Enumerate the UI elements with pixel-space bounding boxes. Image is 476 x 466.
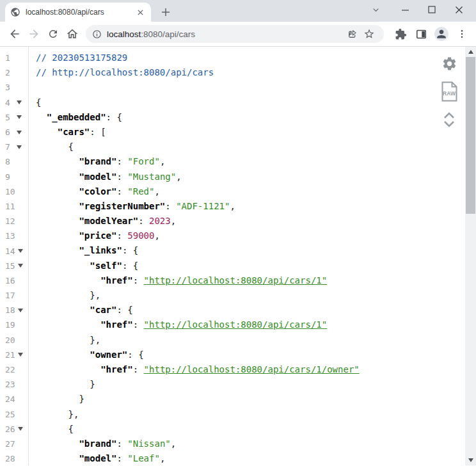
collapse-toggle-icon[interactable]: [18, 309, 23, 312]
collapse-all-chevron-down-icon[interactable]: [443, 120, 456, 129]
line-number: 28: [0, 454, 15, 463]
json-key: "brand": [79, 438, 116, 449]
code-text: {: [29, 422, 465, 437]
collapse-toggle-icon[interactable]: [17, 145, 22, 149]
json-plain: :: [133, 364, 144, 374]
url-path: :8080/api/cars: [141, 29, 195, 39]
code-line: 14 "_links": {: [0, 243, 465, 258]
code-line: 3: [0, 80, 465, 95]
maximize-icon[interactable]: [418, 0, 445, 19]
json-plain: ,: [171, 216, 176, 226]
url-host: localhost: [107, 29, 141, 39]
line-gutter: 21: [0, 350, 29, 360]
close-window-icon[interactable]: [445, 0, 472, 19]
collapse-toggle-icon[interactable]: [18, 249, 23, 253]
collapse-toggle-icon[interactable]: [18, 353, 23, 357]
json-num: 59000: [127, 230, 154, 241]
line-gutter: 10: [0, 187, 29, 197]
json-plain: :: [116, 230, 127, 241]
json-link[interactable]: "http://localhost:8080/api/cars/1": [144, 319, 328, 330]
collapse-toggle-icon[interactable]: [18, 264, 23, 268]
line-gutter: 9: [0, 172, 29, 182]
tab-close-icon[interactable]: [134, 6, 146, 18]
code-line: 4{: [0, 95, 465, 110]
json-plain: },: [90, 290, 100, 300]
info-icon[interactable]: [92, 29, 102, 39]
scrollbar-thumb[interactable]: [466, 57, 475, 214]
line-gutter: 17: [0, 291, 29, 300]
extensions-icon[interactable]: [392, 25, 409, 43]
code-line: 12 "modelYear": 2023,: [0, 214, 465, 229]
share-icon[interactable]: [344, 26, 361, 42]
browser-window: localhost:8080/api/cars: [0, 0, 476, 466]
line-number: 6: [0, 127, 14, 137]
json-link[interactable]: "http://localhost:8080/api/cars/1": [144, 275, 328, 285]
reload-icon[interactable]: [44, 24, 63, 44]
line-number: 4: [0, 98, 14, 108]
scrollbar-up-arrow[interactable]: [465, 47, 476, 57]
code-text: "color": "Red",: [29, 184, 465, 199]
scrollbar-down-arrow[interactable]: [465, 455, 476, 465]
expand-all-chevron-up-icon[interactable]: [443, 111, 456, 119]
code-line: 16 "href": "http://localhost:8080/api/ca…: [0, 273, 465, 288]
code-text: "owner": {: [29, 348, 465, 362]
forward-icon[interactable]: [24, 24, 44, 44]
line-gutter: 18: [0, 305, 29, 315]
json-plain: :: [116, 453, 127, 463]
line-number: 26: [0, 424, 15, 434]
line-number: 11: [0, 202, 15, 211]
side-panel-icon[interactable]: [412, 25, 430, 43]
collapse-toggle-icon[interactable]: [17, 115, 22, 119]
code-text: },: [29, 288, 465, 303]
home-icon[interactable]: [63, 24, 82, 44]
line-gutter: 16: [0, 276, 29, 285]
json-plain: :: [165, 201, 176, 211]
json-str: "Mustang": [127, 172, 176, 182]
code-text: "brand": "Ford",: [29, 154, 465, 169]
line-number: 17: [0, 291, 15, 300]
line-number: 8: [0, 157, 14, 166]
code-line: 13 "price": 59000,: [0, 229, 465, 243]
json-plain: ,: [176, 172, 181, 182]
line-gutter: 14: [0, 246, 29, 256]
collapse-toggle-icon[interactable]: [18, 427, 23, 431]
line-number: 7: [0, 142, 14, 152]
json-key: "color": [79, 186, 116, 197]
back-icon[interactable]: [5, 24, 24, 44]
code-text: "_links": {: [29, 243, 465, 258]
json-plain: :: [133, 319, 144, 330]
globe-icon: [10, 7, 20, 17]
line-number: 13: [0, 231, 15, 241]
collapse-toggle-icon[interactable]: [17, 131, 22, 134]
kebab-menu-icon[interactable]: [453, 25, 471, 43]
code-line: 1// 20230513175829: [0, 51, 465, 65]
json-plain: {: [36, 97, 41, 108]
address-bar[interactable]: localhost:8080/api/cars: [86, 25, 384, 43]
collapse-toggle-icon[interactable]: [17, 100, 22, 104]
minimize-icon[interactable]: [392, 0, 418, 19]
json-key: "href": [100, 319, 133, 330]
code-line: 19 "href": "http://localhost:8080/api/ca…: [0, 317, 465, 332]
json-link[interactable]: "http://localhost:8080/api/cars/1/owner": [144, 364, 360, 374]
tab-search-chevron-icon[interactable]: [362, 0, 389, 19]
raw-document-icon[interactable]: RAW: [441, 81, 458, 102]
code-text: // http://localhost:8080/api/cars: [29, 65, 465, 80]
code-line: 9 "model": "Mustang",: [0, 170, 465, 184]
scrollbar[interactable]: [465, 47, 476, 465]
json-str: "Ford": [127, 156, 160, 166]
gear-icon[interactable]: [441, 56, 457, 72]
browser-tab[interactable]: localhost:8080/api/cars: [5, 3, 151, 22]
profile-avatar[interactable]: [432, 25, 450, 43]
line-number: 22: [0, 365, 15, 374]
code-line: 15 "self": {: [0, 259, 465, 273]
star-icon[interactable]: [361, 26, 377, 42]
json-str: "Leaf": [127, 453, 160, 463]
json-key: "price": [79, 230, 116, 241]
new-tab-button[interactable]: [157, 4, 174, 20]
json-str: "ADF-1121": [176, 201, 230, 211]
json-plain: : {: [122, 245, 138, 255]
line-gutter: 25: [0, 410, 29, 419]
code-text: "_embedded": {: [29, 110, 465, 125]
json-plain: : [: [90, 127, 106, 137]
code-text: "model": "Mustang",: [29, 170, 465, 184]
